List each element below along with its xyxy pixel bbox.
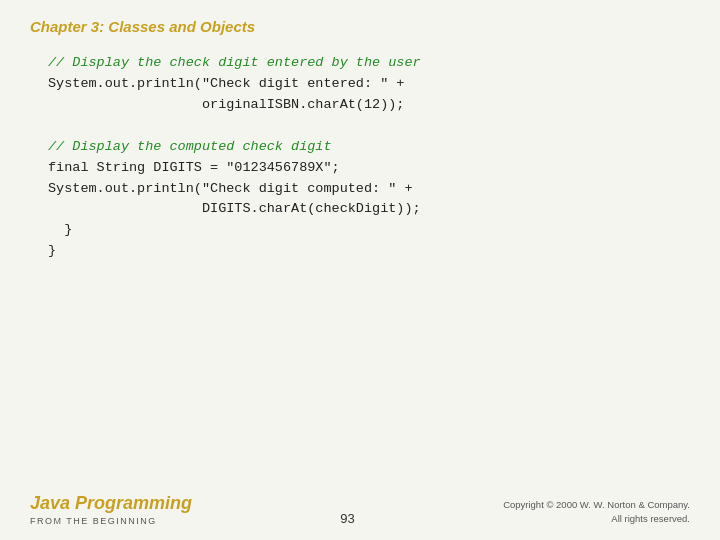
comment-line-2: // Display the computed check digit (48, 137, 690, 158)
chapter-title: Chapter 3: Classes and Objects (30, 18, 690, 35)
page-container: Chapter 3: Classes and Objects // Displa… (0, 0, 720, 540)
footer-subtitle: FROM THE BEGINNING (30, 516, 192, 526)
footer-left: Java Programming FROM THE BEGINNING (30, 493, 192, 526)
copyright-line-2: All rights reserved. (503, 512, 690, 526)
code-line-3: final String DIGITS = "0123456789X"; (48, 158, 690, 179)
code-line-5: DIGITS.charAt(checkDigit)); (48, 199, 690, 220)
code-block: // Display the check digit entered by th… (48, 53, 690, 483)
copyright-line-1: Copyright © 2000 W. W. Norton & Company. (503, 498, 690, 512)
blank-line-1 (48, 116, 690, 137)
comment-line-1: // Display the check digit entered by th… (48, 53, 690, 74)
closing-brace-1: } (48, 220, 690, 241)
code-line-2: originalISBN.charAt(12)); (48, 95, 690, 116)
closing-brace-2: } (48, 241, 690, 262)
code-line-4: System.out.println("Check digit computed… (48, 179, 690, 200)
footer: Java Programming FROM THE BEGINNING 93 C… (30, 483, 690, 526)
code-line-1: System.out.println("Check digit entered:… (48, 74, 690, 95)
footer-page-number: 93 (340, 511, 354, 526)
footer-copyright: Copyright © 2000 W. W. Norton & Company.… (503, 498, 690, 527)
footer-title: Java Programming (30, 493, 192, 515)
